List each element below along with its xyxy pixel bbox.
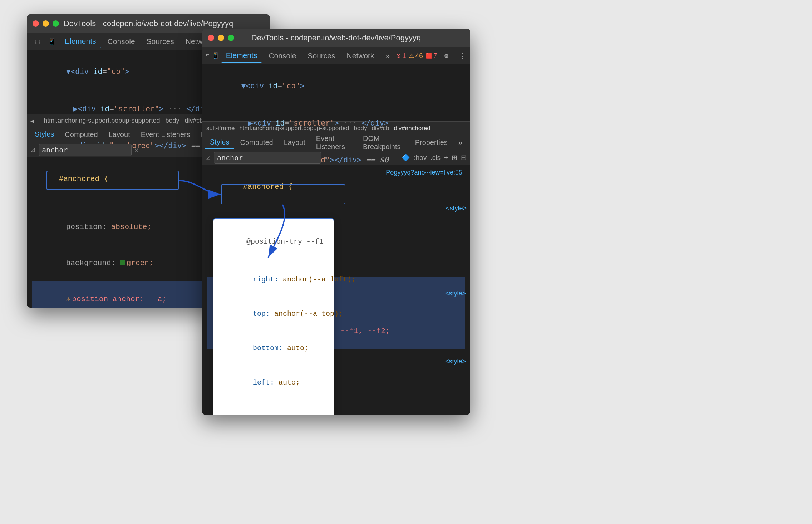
css-selector-right: #anchored { [207,169,292,205]
breadcrumb-left: html.anchoring-support.popup-supported b… [44,117,207,124]
filter-clear-left[interactable]: ✕ [134,146,138,154]
tab-console-right[interactable]: Console [264,49,301,62]
f2-selector: @position-try --f2 [221,406,326,415]
f1-selector: @position-try --f1 [221,225,326,259]
tab-computed-left[interactable]: Computed [60,128,103,141]
device-icon-right[interactable]: 📱 [212,49,220,62]
tab-layout-right[interactable]: Layout [279,136,310,149]
back-arrow[interactable]: ◀ [30,117,34,125]
settings-icon-right[interactable]: ⚙ [440,49,453,62]
tab-dom-right[interactable]: DOM Breakpoints [358,132,409,153]
html-tree-right: ▼<div id="cb"> ▶<div id="scroller"> ··· … [202,64,470,122]
f1-top: top: anchor(--a top); [221,297,326,331]
toolbar-icon-2-right[interactable]: ⊟ [461,153,467,162]
filter-icon-left: ⊿ [30,146,36,154]
f1-left: left: auto; [221,366,326,400]
add-btn-right[interactable]: + [444,154,448,162]
maximize-button[interactable] [53,20,59,27]
tab-props-right[interactable]: Properties [410,136,453,149]
toolbar-badges: ⊗ 1 ⚠ 46 🟥 7 ⚙ ⋮ [396,49,468,62]
tab-bar-right: Styles Computed Layout Event Listeners D… [202,135,470,150]
r-html-line-1: ▼<div id="cb"> [207,67,465,104]
bc-body: body [354,125,367,132]
close-button[interactable] [33,20,39,27]
inspect-icon[interactable]: ⬚ [31,35,44,48]
style-label-3[interactable]: <style> [445,358,466,365]
error-badge: ⊗ 1 [396,52,406,60]
css-header-right: #anchored { Pogyyyq?ano···iew=live:55 [207,169,465,205]
device-icon[interactable]: 📱 [45,35,58,48]
tab-more-right[interactable]: » [381,49,395,62]
filter-clear-right[interactable]: ✕ [324,154,328,162]
bc-divcb: div#cb [371,125,389,132]
hov-btn-right[interactable]: :hov [414,154,427,162]
close-button-right[interactable] [208,35,214,41]
color-swatch-left [120,260,125,265]
window-title-left: DevTools - codepen.io/web-dot-dev/live/P… [64,19,233,28]
inspect-icon-right[interactable]: ⬚ [206,49,210,62]
toolbar-right: ⬚ 📱 Elements Console Sources Network » ⊗… [202,47,470,64]
maximize-button-right[interactable] [228,35,234,41]
warning-badge: ⚠ 46 [409,52,423,60]
traffic-lights-left [33,20,59,27]
style-label-2[interactable]: <style> [445,290,466,297]
warning-icon-1-left: ⚠ [66,295,71,303]
filter-input-left[interactable] [39,144,132,156]
bc-html: html.anchoring-support.popup-supported [239,125,349,132]
more-icon-right[interactable]: ⋮ [456,49,469,62]
toolbar-icon-1-right[interactable]: ⊞ [452,153,457,162]
position-try-popup: @position-try --f1 right: anchor(--a lef… [213,218,334,415]
tab-elements-right[interactable]: Elements [221,49,262,63]
tab-styles-left[interactable]: Styles [30,128,59,141]
source-link-right[interactable]: Pogyyyq?ano···iew=live:55 [386,169,465,205]
minimize-button[interactable] [43,20,49,27]
tab-event-listeners-left[interactable]: Event Listeners [136,128,195,141]
hov-icon-right: 🔷 [402,153,410,162]
tab-event-right[interactable]: Event Listeners [311,132,357,153]
devtools-window-right: DevTools - codepen.io/web-dot-dev/live/P… [202,29,470,415]
info-badge: 🟥 7 [426,52,437,60]
filter-right-right: 🔷 :hov .cls + ⊞ ⊟ [402,153,467,162]
window-title-right: DevTools - codepen.io/web-dot-dev/live/P… [251,33,421,43]
f1-right: right: anchor(--a left); [221,263,326,297]
cls-btn-right[interactable]: .cls [430,154,441,162]
tab-elements-left[interactable]: Elements [60,35,101,48]
style-label-1[interactable]: <style> [446,205,467,212]
bc-divanchored: div#anchored [394,125,430,132]
bc-sult-iframe: sult-iframe [206,125,235,132]
filter-icon-right: ⊿ [206,154,211,162]
tab-sources-left[interactable]: Sources [142,35,179,48]
minimize-button-right[interactable] [218,35,224,41]
tab-styles-right[interactable]: Styles [205,136,234,149]
tab-layout-left[interactable]: Layout [104,128,135,141]
tab-sources-right[interactable]: Sources [302,49,340,62]
tab-console-left[interactable]: Console [103,35,140,48]
traffic-lights-right [208,35,234,41]
tab-computed-right[interactable]: Computed [235,136,278,149]
title-bar-right: DevTools - codepen.io/web-dot-dev/live/P… [202,29,470,47]
tab-more2-right[interactable]: » [453,136,467,149]
tab-network-right[interactable]: Network [342,49,379,62]
filter-input-right[interactable] [214,152,321,164]
f1-bottom: bottom: auto; [221,331,326,366]
